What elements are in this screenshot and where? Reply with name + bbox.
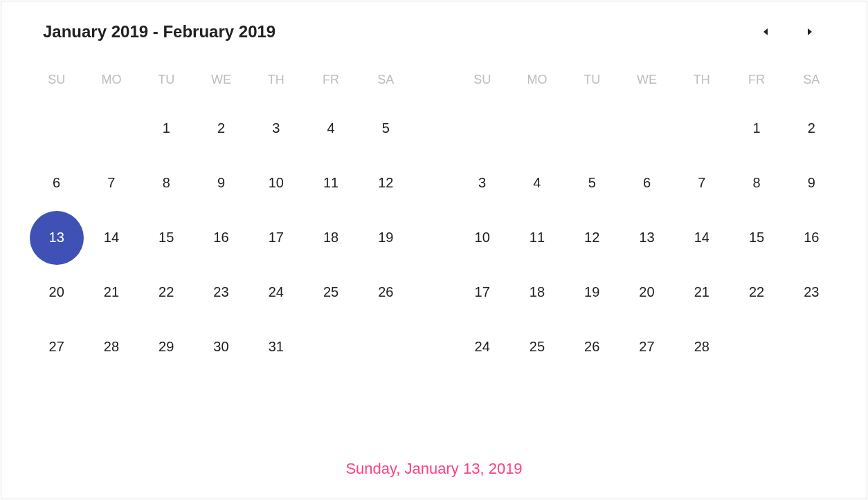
weekday-label: SA <box>784 66 839 94</box>
day-number: 14 <box>694 230 709 246</box>
next-month-button[interactable] <box>802 24 818 40</box>
day-number: 22 <box>159 284 174 300</box>
day-cell[interactable]: 30 <box>194 320 248 374</box>
day-number: 7 <box>698 175 705 191</box>
day-number: 16 <box>804 230 819 246</box>
day-cell[interactable]: 22 <box>139 265 194 320</box>
day-cell[interactable]: 23 <box>784 265 839 320</box>
day-number: 5 <box>588 175 596 191</box>
day-empty <box>29 101 84 156</box>
day-number: 11 <box>323 175 338 191</box>
day-cell[interactable]: 5 <box>359 101 413 156</box>
day-number: 26 <box>584 339 599 355</box>
day-cell[interactable]: 24 <box>455 320 509 374</box>
day-cell[interactable]: 26 <box>359 265 413 320</box>
day-cell[interactable]: 13 <box>29 210 84 265</box>
day-cell[interactable]: 4 <box>509 156 564 210</box>
chevron-right-icon <box>805 27 815 37</box>
day-cell[interactable]: 13 <box>620 210 674 265</box>
day-cell[interactable]: 17 <box>248 210 303 265</box>
day-number: 27 <box>49 339 64 355</box>
day-cell[interactable]: 20 <box>29 265 84 320</box>
day-cell[interactable]: 1 <box>729 101 784 156</box>
day-cell[interactable]: 2 <box>194 101 248 156</box>
day-number: 18 <box>530 284 545 300</box>
day-cell[interactable]: 4 <box>303 101 358 156</box>
day-number: 10 <box>269 175 284 191</box>
weekday-label: FR <box>303 66 358 94</box>
day-cell[interactable]: 3 <box>455 156 509 210</box>
day-cell[interactable]: 24 <box>248 265 303 320</box>
day-cell[interactable]: 11 <box>509 210 564 265</box>
day-cell[interactable]: 27 <box>620 320 674 374</box>
weekdays-row-right: SUMOTUWETHFRSA <box>455 66 839 94</box>
day-cell[interactable]: 21 <box>674 265 729 320</box>
day-cell[interactable]: 5 <box>565 156 620 210</box>
day-cell[interactable]: 11 <box>303 156 358 210</box>
day-cell[interactable]: 16 <box>194 210 248 265</box>
day-number: 21 <box>694 284 709 300</box>
weekday-label: SU <box>29 66 84 94</box>
day-number: 5 <box>382 120 390 136</box>
day-cell[interactable]: 17 <box>455 265 509 320</box>
day-cell[interactable]: 10 <box>455 210 509 265</box>
day-cell[interactable]: 12 <box>359 156 413 210</box>
day-number: 25 <box>323 284 338 300</box>
day-cell[interactable]: 18 <box>509 265 564 320</box>
day-cell[interactable]: 3 <box>248 101 303 156</box>
day-cell[interactable]: 28 <box>674 320 729 374</box>
day-cell[interactable]: 19 <box>565 265 620 320</box>
day-number: 3 <box>272 120 280 136</box>
day-cell[interactable]: 8 <box>729 156 784 210</box>
day-number: 11 <box>530 230 545 246</box>
day-cell[interactable]: 7 <box>674 156 729 210</box>
day-cell[interactable]: 1 <box>139 101 194 156</box>
day-number: 28 <box>694 339 709 355</box>
day-cell[interactable]: 20 <box>620 265 674 320</box>
day-cell[interactable]: 18 <box>303 210 358 265</box>
day-cell[interactable]: 8 <box>139 156 194 210</box>
day-number: 12 <box>378 175 393 191</box>
day-cell[interactable]: 22 <box>729 265 784 320</box>
day-number: 31 <box>269 339 284 355</box>
prev-month-button[interactable] <box>757 24 774 40</box>
day-cell[interactable]: 15 <box>139 210 194 265</box>
day-number: 8 <box>163 175 170 191</box>
day-cell[interactable]: 14 <box>674 210 729 265</box>
weekday-label: TH <box>248 66 303 94</box>
day-cell[interactable]: 25 <box>509 320 564 374</box>
day-cell[interactable]: 6 <box>620 156 674 210</box>
day-empty <box>455 101 509 156</box>
day-number: 30 <box>213 339 228 355</box>
day-cell[interactable]: 31 <box>248 320 303 374</box>
day-cell[interactable]: 15 <box>729 210 784 265</box>
day-cell[interactable]: 7 <box>84 156 138 210</box>
day-empty <box>620 101 674 156</box>
day-number: 20 <box>639 284 654 300</box>
day-number: 17 <box>269 230 284 246</box>
day-cell[interactable]: 26 <box>565 320 620 374</box>
day-cell[interactable]: 10 <box>248 156 303 210</box>
day-cell[interactable]: 25 <box>303 265 358 320</box>
day-cell[interactable]: 21 <box>84 265 138 320</box>
day-cell[interactable]: 16 <box>784 210 839 265</box>
day-empty <box>509 101 564 156</box>
weekday-label: FR <box>729 66 784 94</box>
day-number: 23 <box>804 284 819 300</box>
day-cell[interactable]: 28 <box>84 320 138 374</box>
day-cell[interactable]: 9 <box>784 156 839 210</box>
day-cell[interactable]: 29 <box>139 320 194 374</box>
day-cell[interactable]: 23 <box>194 265 248 320</box>
day-cell[interactable]: 2 <box>784 101 839 156</box>
weekday-label: MO <box>509 66 564 94</box>
day-cell[interactable]: 9 <box>194 156 248 210</box>
chevron-left-icon <box>761 27 770 37</box>
day-cell[interactable]: 27 <box>29 320 84 374</box>
day-cell[interactable]: 14 <box>84 210 138 265</box>
day-number: 2 <box>217 120 225 136</box>
day-cell[interactable]: 19 <box>359 210 413 265</box>
day-cell[interactable]: 12 <box>565 210 620 265</box>
day-cell[interactable]: 6 <box>29 156 84 210</box>
day-number: 4 <box>533 175 541 191</box>
calendar-header: January 2019 - February 2019 <box>29 22 839 41</box>
